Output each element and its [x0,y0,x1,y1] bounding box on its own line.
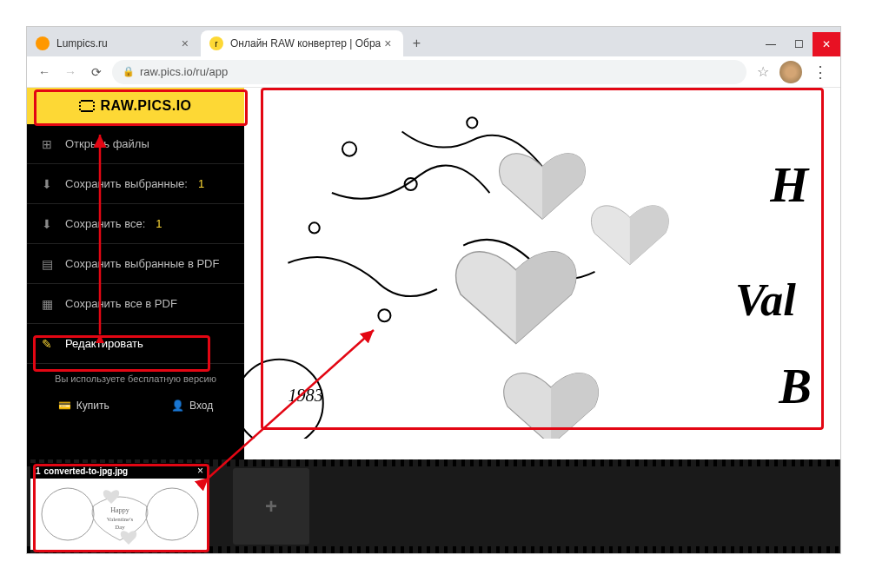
download-icon: ⬇ [39,177,55,191]
app-logo[interactable]: RAW.PICS.IO [27,88,244,124]
sidebar-label: Сохранить выбранные: [65,177,188,190]
logo-text: RAW.PICS.IO [100,98,191,114]
login-button[interactable]: 👤 Вход [171,400,213,412]
sidebar-edit-button[interactable]: ✎ Редактировать [27,324,244,364]
svg-rect-1 [81,102,93,110]
sidebar-label: Редактировать [65,337,143,350]
sidebar-save-selected[interactable]: ⬇ Сохранить выбранные: 1 [27,164,244,204]
pencil-icon: ✎ [39,337,55,351]
sidebar-label: Открыть файлы [65,137,149,150]
favicon: r [209,36,223,50]
window-minimize-button[interactable]: — [757,32,785,56]
buy-label: Купить [76,400,109,412]
svg-rect-8 [93,107,95,109]
user-icon: 👤 [171,400,184,412]
sidebar-label: Сохранить выбранные в PDF [65,257,219,270]
sidebar-label: Сохранить все в PDF [65,297,177,310]
sidebar-save-all-pdf[interactable]: ▦ Сохранить все в PDF [27,284,244,324]
window-close-button[interactable]: ✕ [813,32,840,56]
thumbnail[interactable]: 1 converted-to-jpg.jpg × Happy Valentine… [30,463,209,550]
svg-point-10 [342,142,356,156]
browser-tabs-bar: Lumpics.ru × r Онлайн RAW конвертер | Об… [27,27,840,56]
free-version-message: Вы используете бесплатную версию [27,364,244,394]
svg-rect-9 [93,110,95,112]
plus-box-icon: ⊞ [39,137,55,151]
address-bar: ← → ⟳ 🔒 raw.pics.io/ru/app ☆ ⋮ [27,56,840,88]
svg-text:Happy: Happy [110,506,129,514]
new-tab-button[interactable]: + [403,30,429,56]
svg-rect-3 [79,103,81,105]
svg-point-20 [42,488,94,540]
tab-label: Онлайн RAW конвертер | Обра [230,37,381,50]
svg-text:H: H [769,158,810,212]
favicon [36,36,50,50]
forward-button: → [60,62,81,83]
login-label: Вход [189,400,213,412]
svg-rect-2 [79,100,81,102]
thumb-filename: converted-to-jpg.jpg [44,466,194,476]
window-maximize-button[interactable]: ☐ [785,32,813,56]
sidebar-open-files[interactable]: ⊞ Открыть файлы [27,124,244,164]
svg-text:B: B [778,360,812,413]
svg-rect-5 [79,110,81,112]
tab-close-icon[interactable]: × [178,36,192,50]
pdf-grid-icon: ▦ [39,297,55,311]
url-input[interactable]: 🔒 raw.pics.io/ru/app [112,60,746,84]
count-badge: 1 [156,217,162,230]
buy-button[interactable]: 💳 Купить [58,400,109,412]
svg-text:Val: Val [735,274,796,325]
reload-button[interactable]: ⟳ [86,62,107,83]
filmstrip-icon [79,100,95,112]
svg-text:Day: Day [115,524,125,531]
svg-point-12 [309,222,320,233]
preview-content: H Val B 1983 [244,88,840,439]
svg-rect-4 [79,107,81,109]
wallet-icon: 💳 [58,400,71,412]
pdf-icon: ▤ [39,257,55,271]
thumb-close-icon[interactable]: × [197,465,203,477]
tab-label: Lumpics.ru [56,37,178,50]
svg-point-13 [467,117,477,128]
svg-text:Valentine's: Valentine's [106,516,133,523]
svg-point-14 [378,309,390,321]
download-all-icon: ⬇ [39,217,55,231]
svg-text:1983: 1983 [288,386,322,405]
browser-menu-icon[interactable]: ⋮ [807,63,833,82]
lock-icon: 🔒 [123,66,135,77]
browser-tab[interactable]: Lumpics.ru × [27,30,201,56]
thumb-preview: Happy Valentine's Day [30,479,209,550]
tab-close-icon[interactable]: × [381,36,395,50]
profile-avatar[interactable] [779,61,802,83]
svg-rect-7 [93,103,95,105]
sidebar-save-all[interactable]: ⬇ Сохранить все: 1 [27,204,244,244]
sidebar-label: Сохранить все: [65,217,145,230]
svg-rect-6 [93,100,95,102]
back-button[interactable]: ← [34,62,55,83]
sidebar-save-selected-pdf[interactable]: ▤ Сохранить выбранные в PDF [27,244,244,284]
url-text: raw.pics.io/ru/app [140,65,228,78]
add-file-button[interactable]: + [233,468,309,545]
svg-point-21 [146,488,198,540]
bookmark-star-icon[interactable]: ☆ [752,63,774,80]
browser-tab-active[interactable]: r Онлайн RAW конвертер | Обра × [201,30,403,56]
count-badge: 1 [198,177,204,190]
thumb-number: 1 [36,466,41,476]
filmstrip: 1 converted-to-jpg.jpg × Happy Valentine… [27,459,840,553]
